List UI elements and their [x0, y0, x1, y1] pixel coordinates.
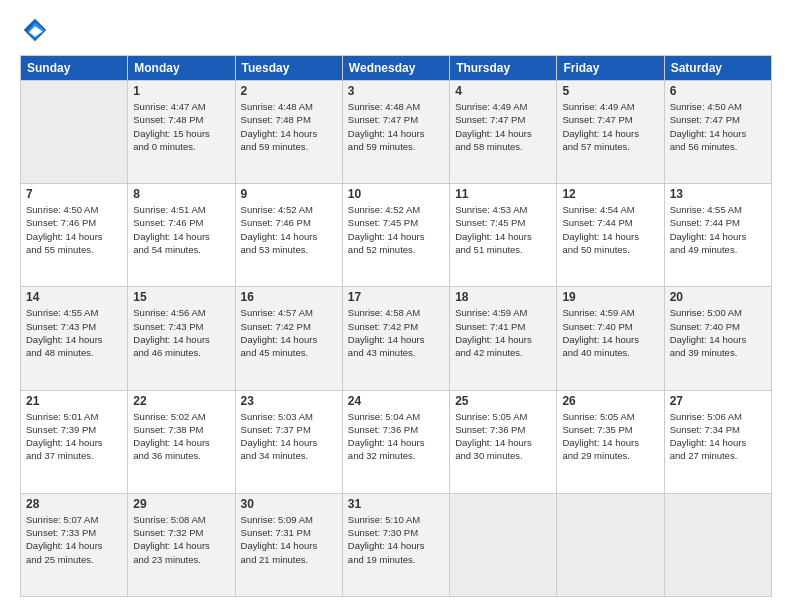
day-number: 20: [670, 290, 766, 304]
calendar-cell: 12Sunrise: 4:54 AMSunset: 7:44 PMDayligh…: [557, 184, 664, 287]
day-info: Sunrise: 5:08 AMSunset: 7:32 PMDaylight:…: [133, 513, 229, 566]
day-info: Sunrise: 4:47 AMSunset: 7:48 PMDaylight:…: [133, 100, 229, 153]
day-info: Sunrise: 4:48 AMSunset: 7:48 PMDaylight:…: [241, 100, 337, 153]
calendar-cell: 19Sunrise: 4:59 AMSunset: 7:40 PMDayligh…: [557, 287, 664, 390]
calendar-cell: [557, 493, 664, 596]
day-number: 3: [348, 84, 444, 98]
day-info: Sunrise: 5:05 AMSunset: 7:35 PMDaylight:…: [562, 410, 658, 463]
day-number: 23: [241, 394, 337, 408]
weekday-header-saturday: Saturday: [664, 56, 771, 81]
calendar-cell: 26Sunrise: 5:05 AMSunset: 7:35 PMDayligh…: [557, 390, 664, 493]
day-number: 29: [133, 497, 229, 511]
header: [20, 15, 772, 45]
day-info: Sunrise: 4:54 AMSunset: 7:44 PMDaylight:…: [562, 203, 658, 256]
day-info: Sunrise: 4:55 AMSunset: 7:43 PMDaylight:…: [26, 306, 122, 359]
logo-icon: [20, 15, 50, 45]
day-number: 26: [562, 394, 658, 408]
weekday-header-monday: Monday: [128, 56, 235, 81]
day-info: Sunrise: 5:01 AMSunset: 7:39 PMDaylight:…: [26, 410, 122, 463]
day-number: 11: [455, 187, 551, 201]
weekday-header-friday: Friday: [557, 56, 664, 81]
calendar-cell: 21Sunrise: 5:01 AMSunset: 7:39 PMDayligh…: [21, 390, 128, 493]
day-number: 24: [348, 394, 444, 408]
day-number: 17: [348, 290, 444, 304]
calendar-cell: 10Sunrise: 4:52 AMSunset: 7:45 PMDayligh…: [342, 184, 449, 287]
day-number: 19: [562, 290, 658, 304]
calendar-cell: 18Sunrise: 4:59 AMSunset: 7:41 PMDayligh…: [450, 287, 557, 390]
day-info: Sunrise: 5:09 AMSunset: 7:31 PMDaylight:…: [241, 513, 337, 566]
day-number: 30: [241, 497, 337, 511]
weekday-header-sunday: Sunday: [21, 56, 128, 81]
day-number: 14: [26, 290, 122, 304]
calendar-cell: 14Sunrise: 4:55 AMSunset: 7:43 PMDayligh…: [21, 287, 128, 390]
day-number: 15: [133, 290, 229, 304]
day-info: Sunrise: 4:48 AMSunset: 7:47 PMDaylight:…: [348, 100, 444, 153]
day-number: 5: [562, 84, 658, 98]
day-number: 2: [241, 84, 337, 98]
day-number: 18: [455, 290, 551, 304]
day-number: 21: [26, 394, 122, 408]
day-number: 27: [670, 394, 766, 408]
day-info: Sunrise: 5:00 AMSunset: 7:40 PMDaylight:…: [670, 306, 766, 359]
calendar-cell: 2Sunrise: 4:48 AMSunset: 7:48 PMDaylight…: [235, 81, 342, 184]
day-number: 4: [455, 84, 551, 98]
calendar-cell: 17Sunrise: 4:58 AMSunset: 7:42 PMDayligh…: [342, 287, 449, 390]
day-info: Sunrise: 4:49 AMSunset: 7:47 PMDaylight:…: [562, 100, 658, 153]
day-info: Sunrise: 5:04 AMSunset: 7:36 PMDaylight:…: [348, 410, 444, 463]
calendar-cell: [21, 81, 128, 184]
day-info: Sunrise: 4:59 AMSunset: 7:41 PMDaylight:…: [455, 306, 551, 359]
day-info: Sunrise: 5:07 AMSunset: 7:33 PMDaylight:…: [26, 513, 122, 566]
calendar-cell: 29Sunrise: 5:08 AMSunset: 7:32 PMDayligh…: [128, 493, 235, 596]
calendar-cell: 11Sunrise: 4:53 AMSunset: 7:45 PMDayligh…: [450, 184, 557, 287]
day-number: 13: [670, 187, 766, 201]
calendar-cell: 7Sunrise: 4:50 AMSunset: 7:46 PMDaylight…: [21, 184, 128, 287]
day-info: Sunrise: 5:05 AMSunset: 7:36 PMDaylight:…: [455, 410, 551, 463]
calendar-cell: 6Sunrise: 4:50 AMSunset: 7:47 PMDaylight…: [664, 81, 771, 184]
day-info: Sunrise: 4:53 AMSunset: 7:45 PMDaylight:…: [455, 203, 551, 256]
day-number: 16: [241, 290, 337, 304]
calendar-cell: [450, 493, 557, 596]
day-number: 31: [348, 497, 444, 511]
calendar-cell: 25Sunrise: 5:05 AMSunset: 7:36 PMDayligh…: [450, 390, 557, 493]
day-number: 28: [26, 497, 122, 511]
day-info: Sunrise: 5:06 AMSunset: 7:34 PMDaylight:…: [670, 410, 766, 463]
calendar-cell: [664, 493, 771, 596]
day-number: 1: [133, 84, 229, 98]
calendar-cell: 13Sunrise: 4:55 AMSunset: 7:44 PMDayligh…: [664, 184, 771, 287]
day-info: Sunrise: 4:55 AMSunset: 7:44 PMDaylight:…: [670, 203, 766, 256]
calendar-table: SundayMondayTuesdayWednesdayThursdayFrid…: [20, 55, 772, 597]
day-info: Sunrise: 4:58 AMSunset: 7:42 PMDaylight:…: [348, 306, 444, 359]
weekday-header-row: SundayMondayTuesdayWednesdayThursdayFrid…: [21, 56, 772, 81]
calendar-cell: 28Sunrise: 5:07 AMSunset: 7:33 PMDayligh…: [21, 493, 128, 596]
calendar-cell: 22Sunrise: 5:02 AMSunset: 7:38 PMDayligh…: [128, 390, 235, 493]
weekday-header-thursday: Thursday: [450, 56, 557, 81]
day-info: Sunrise: 4:52 AMSunset: 7:45 PMDaylight:…: [348, 203, 444, 256]
weekday-header-wednesday: Wednesday: [342, 56, 449, 81]
calendar-cell: 1Sunrise: 4:47 AMSunset: 7:48 PMDaylight…: [128, 81, 235, 184]
calendar-cell: 3Sunrise: 4:48 AMSunset: 7:47 PMDaylight…: [342, 81, 449, 184]
day-number: 6: [670, 84, 766, 98]
day-info: Sunrise: 4:57 AMSunset: 7:42 PMDaylight:…: [241, 306, 337, 359]
calendar-week-row: 28Sunrise: 5:07 AMSunset: 7:33 PMDayligh…: [21, 493, 772, 596]
calendar-cell: 23Sunrise: 5:03 AMSunset: 7:37 PMDayligh…: [235, 390, 342, 493]
day-number: 25: [455, 394, 551, 408]
calendar-week-row: 21Sunrise: 5:01 AMSunset: 7:39 PMDayligh…: [21, 390, 772, 493]
page: SundayMondayTuesdayWednesdayThursdayFrid…: [0, 0, 792, 612]
calendar-cell: 5Sunrise: 4:49 AMSunset: 7:47 PMDaylight…: [557, 81, 664, 184]
day-number: 8: [133, 187, 229, 201]
day-number: 10: [348, 187, 444, 201]
day-info: Sunrise: 4:52 AMSunset: 7:46 PMDaylight:…: [241, 203, 337, 256]
day-number: 9: [241, 187, 337, 201]
day-info: Sunrise: 5:02 AMSunset: 7:38 PMDaylight:…: [133, 410, 229, 463]
weekday-header-tuesday: Tuesday: [235, 56, 342, 81]
calendar-cell: 8Sunrise: 4:51 AMSunset: 7:46 PMDaylight…: [128, 184, 235, 287]
logo: [20, 15, 54, 45]
day-info: Sunrise: 5:10 AMSunset: 7:30 PMDaylight:…: [348, 513, 444, 566]
calendar-cell: 30Sunrise: 5:09 AMSunset: 7:31 PMDayligh…: [235, 493, 342, 596]
calendar-week-row: 7Sunrise: 4:50 AMSunset: 7:46 PMDaylight…: [21, 184, 772, 287]
calendar-cell: 27Sunrise: 5:06 AMSunset: 7:34 PMDayligh…: [664, 390, 771, 493]
calendar-week-row: 1Sunrise: 4:47 AMSunset: 7:48 PMDaylight…: [21, 81, 772, 184]
calendar-cell: 4Sunrise: 4:49 AMSunset: 7:47 PMDaylight…: [450, 81, 557, 184]
calendar-cell: 9Sunrise: 4:52 AMSunset: 7:46 PMDaylight…: [235, 184, 342, 287]
calendar-cell: 16Sunrise: 4:57 AMSunset: 7:42 PMDayligh…: [235, 287, 342, 390]
